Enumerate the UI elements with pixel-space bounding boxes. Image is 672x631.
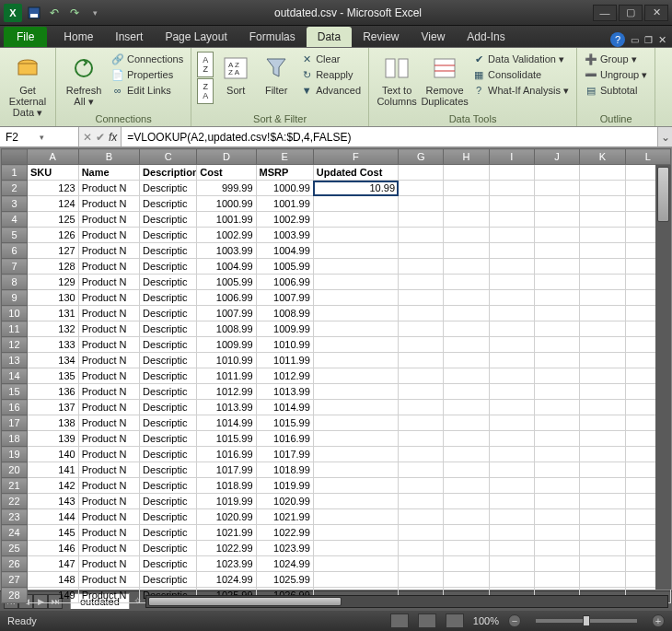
cell-I12[interactable] (489, 337, 534, 353)
cell-I20[interactable] (489, 462, 534, 478)
cell-J5[interactable] (534, 228, 579, 243)
cell-J11[interactable] (534, 321, 579, 337)
cell-F9[interactable] (313, 290, 398, 306)
cell-A16[interactable]: 137 (27, 400, 78, 415)
cell-H24[interactable] (444, 525, 489, 541)
cell-K24[interactable] (580, 525, 625, 541)
cell-J27[interactable] (534, 572, 579, 588)
column-header-E[interactable]: E (256, 149, 313, 165)
cell-C17[interactable]: Descriptic (140, 415, 197, 431)
cell-A12[interactable]: 133 (27, 337, 78, 353)
cell-F26[interactable] (313, 556, 398, 572)
cell-C8[interactable]: Descriptic (140, 275, 197, 290)
cell-H25[interactable] (444, 541, 489, 556)
cell-G2[interactable] (399, 181, 444, 196)
cell-B16[interactable]: Product N (78, 400, 139, 415)
cell-A3[interactable]: 124 (27, 196, 78, 212)
edit-links-button[interactable]: ∞Edit Links (110, 83, 185, 98)
cell-E21[interactable]: 1019.99 (256, 478, 313, 494)
zoom-level[interactable]: 100% (473, 615, 499, 626)
cell-I26[interactable] (489, 556, 534, 572)
zoom-slider[interactable] (536, 619, 637, 623)
cell-B2[interactable]: Product N (78, 181, 139, 196)
cell-K5[interactable] (580, 228, 625, 243)
undo-icon[interactable]: ↶ (46, 5, 63, 21)
cell-K11[interactable] (580, 321, 625, 337)
row-header-5[interactable]: 5 (2, 228, 28, 243)
cell-A18[interactable]: 139 (27, 431, 78, 447)
page-break-view-button[interactable] (446, 613, 464, 628)
cell-E7[interactable]: 1005.99 (256, 259, 313, 275)
cell-D23[interactable]: 1020.99 (197, 509, 256, 525)
cell-D16[interactable]: 1013.99 (197, 400, 256, 415)
cell-A24[interactable]: 145 (27, 525, 78, 541)
cell-D12[interactable]: 1009.99 (197, 337, 256, 353)
cell-I19[interactable] (489, 447, 534, 462)
cell-F8[interactable] (313, 275, 398, 290)
cell-J7[interactable] (534, 259, 579, 275)
cell-A21[interactable]: 142 (27, 478, 78, 494)
cell-C1[interactable]: Description (140, 165, 197, 181)
cell-I10[interactable] (489, 306, 534, 321)
cell-A27[interactable]: 148 (27, 572, 78, 588)
cell-I27[interactable] (489, 572, 534, 588)
cell-H19[interactable] (444, 447, 489, 462)
cell-A23[interactable]: 144 (27, 509, 78, 525)
cell-A11[interactable]: 132 (27, 321, 78, 337)
tab-data[interactable]: Data (307, 27, 352, 47)
cell-H15[interactable] (444, 384, 489, 400)
cell-J12[interactable] (534, 337, 579, 353)
formula-input[interactable]: =VLOOKUP(A2,updated.csv!$A:$D,4,FALSE) (122, 127, 657, 146)
cell-J24[interactable] (534, 525, 579, 541)
cell-F2[interactable]: 10.99 (313, 181, 398, 196)
cell-G19[interactable] (399, 447, 444, 462)
cell-H10[interactable] (444, 306, 489, 321)
cell-G11[interactable] (399, 321, 444, 337)
cell-I22[interactable] (489, 494, 534, 509)
cell-G9[interactable] (399, 290, 444, 306)
cell-C18[interactable]: Descriptic (140, 431, 197, 447)
cell-B12[interactable]: Product N (78, 337, 139, 353)
row-header-4[interactable]: 4 (2, 212, 28, 228)
cell-G8[interactable] (399, 275, 444, 290)
cell-E13[interactable]: 1011.99 (256, 353, 313, 368)
cell-E10[interactable]: 1008.99 (256, 306, 313, 321)
cell-B27[interactable]: Product N (78, 572, 139, 588)
help-icon[interactable]: ? (610, 32, 625, 47)
cell-I11[interactable] (489, 321, 534, 337)
minimize-button[interactable]: — (593, 5, 617, 21)
column-header-K[interactable]: K (580, 149, 625, 165)
cell-J13[interactable] (534, 353, 579, 368)
cell-G18[interactable] (399, 431, 444, 447)
cell-C2[interactable]: Descriptic (140, 181, 197, 196)
cell-A10[interactable]: 131 (27, 306, 78, 321)
subtotal-button[interactable]: ▤Subtotal (583, 83, 649, 98)
expand-formula-bar-icon[interactable]: ⌄ (657, 127, 672, 146)
cell-B13[interactable]: Product N (78, 353, 139, 368)
cell-A8[interactable]: 129 (27, 275, 78, 290)
cell-I16[interactable] (489, 400, 534, 415)
cell-C22[interactable]: Descriptic (140, 494, 197, 509)
cell-K16[interactable] (580, 400, 625, 415)
row-header-19[interactable]: 19 (2, 447, 28, 462)
cell-K19[interactable] (580, 447, 625, 462)
cell-F1[interactable]: Updated Cost (313, 165, 398, 181)
cell-F14[interactable] (313, 368, 398, 384)
cell-H26[interactable] (444, 556, 489, 572)
cell-H21[interactable] (444, 478, 489, 494)
tab-review[interactable]: Review (352, 27, 410, 47)
cell-D7[interactable]: 1004.99 (197, 259, 256, 275)
cell-G17[interactable] (399, 415, 444, 431)
cell-B5[interactable]: Product N (78, 228, 139, 243)
tab-view[interactable]: View (411, 27, 457, 47)
cell-I6[interactable] (489, 243, 534, 259)
cell-B22[interactable]: Product N (78, 494, 139, 509)
cell-J18[interactable] (534, 431, 579, 447)
cell-D19[interactable]: 1016.99 (197, 447, 256, 462)
cell-K27[interactable] (580, 572, 625, 588)
connections-button[interactable]: 🔗Connections (110, 52, 185, 66)
cell-H6[interactable] (444, 243, 489, 259)
cell-A20[interactable]: 141 (27, 462, 78, 478)
cell-H17[interactable] (444, 415, 489, 431)
fx-icon[interactable]: fx (109, 131, 117, 144)
